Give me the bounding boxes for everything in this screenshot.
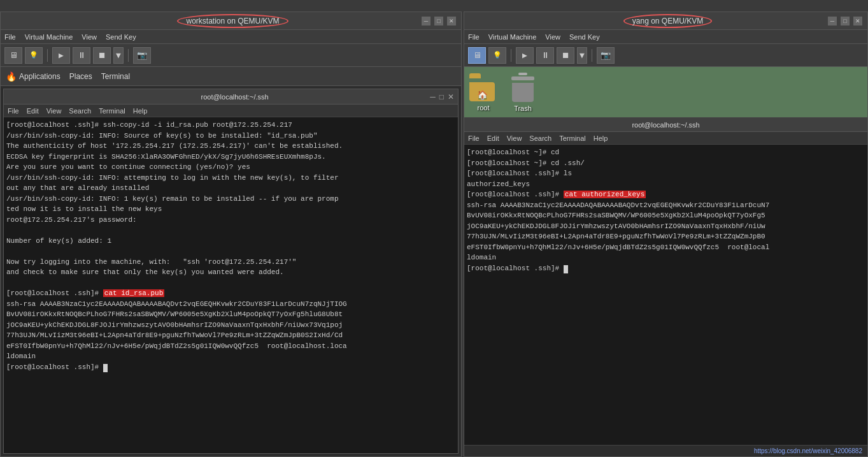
home-icon: 🏠 bbox=[477, 90, 488, 100]
left-term-line-18: BvUV08irOKkxRtNOQBcPLhoG7FHRs2saSBWQMV/W… bbox=[6, 309, 455, 320]
right-menu-view[interactable]: View bbox=[545, 33, 560, 41]
right-monitor-btn[interactable]: 🖥 bbox=[468, 47, 486, 64]
left-term-line-16: [root@localhost .ssh]# cat id_rsa.pub bbox=[6, 288, 455, 299]
right-terminal-title-text: root@localhost:~/.ssh bbox=[632, 121, 699, 129]
left-term-close[interactable]: ✕ bbox=[448, 92, 454, 101]
right-screenshot-btn[interactable]: 📷 bbox=[597, 47, 615, 64]
right-term-line-1: [root@localhost ~]# cd .ssh/ bbox=[467, 158, 865, 169]
right-term-menu-terminal[interactable]: Terminal bbox=[559, 134, 586, 142]
left-menu-vm[interactable]: Virtual Machine bbox=[25, 33, 73, 41]
right-menu-sendkey[interactable]: Send Key bbox=[569, 33, 600, 41]
right-desktop-icon-trash[interactable]: Trash bbox=[510, 73, 536, 112]
left-term-menu-terminal[interactable]: Terminal bbox=[99, 107, 125, 115]
left-close-btn[interactable]: ✕ bbox=[447, 17, 456, 25]
left-menu-file[interactable]: File bbox=[4, 33, 16, 41]
right-term-menu-view[interactable]: View bbox=[507, 134, 522, 142]
left-toolbar-sep1 bbox=[47, 49, 48, 62]
right-term-line-2: [root@localhost .ssh]# ls bbox=[467, 168, 865, 179]
right-menu-vm[interactable]: Virtual Machine bbox=[488, 33, 537, 41]
left-term-menu-file[interactable]: File bbox=[8, 107, 19, 115]
right-stop-btn[interactable]: ⏹ bbox=[557, 47, 574, 64]
left-term-line-7: /usr/bin/ssh-copy-id: INFO: 1 key(s) rem… bbox=[6, 194, 455, 205]
trash-icon-label: Trash bbox=[514, 105, 532, 112]
left-terminal-content[interactable]: [root@localhost .ssh]# ssh-copy-id -i id… bbox=[4, 117, 458, 453]
right-cursor bbox=[564, 265, 568, 273]
right-desktop-icon-root[interactable]: 🏠 root bbox=[469, 73, 497, 112]
left-places-item[interactable]: Places bbox=[69, 72, 92, 81]
right-window: yang on QEMU/KVM ─ □ ✕ File Virtual Mach… bbox=[464, 11, 868, 457]
right-toolbar-sep2 bbox=[592, 49, 592, 62]
right-term-line-8: 77h3UJN/MLvIizM3t96eBI+L2Apn4aTdr8E9+pgu… bbox=[467, 231, 865, 242]
right-close-btn[interactable]: ✕ bbox=[853, 17, 862, 25]
left-menu-bar: File Virtual Machine View Send Key bbox=[1, 30, 461, 44]
left-play-btn[interactable]: ▶ bbox=[52, 47, 70, 64]
applications-icon: 🔥 bbox=[6, 71, 17, 82]
right-play-btn[interactable]: ▶ bbox=[516, 47, 534, 64]
right-window-title: yang on QEMU/KVM bbox=[623, 14, 712, 28]
left-dropdown-btn[interactable]: ▼ bbox=[113, 47, 124, 64]
right-term-line-4: [root@localhost .ssh]# cat authorized_ke… bbox=[467, 189, 865, 200]
left-terminal-title-bar: root@localhost:~/.ssh ─ □ ✕ bbox=[4, 89, 458, 105]
status-bar: https://blog.csdn.net/weixin_42006882 bbox=[464, 445, 867, 456]
left-terminal-window: root@localhost:~/.ssh ─ □ ✕ File Edit Vi… bbox=[3, 89, 459, 454]
left-applications-item[interactable]: 🔥 Applications bbox=[6, 71, 60, 82]
right-minimize-btn[interactable]: ─ bbox=[828, 17, 837, 25]
left-terminal-title: root@localhost:~/.ssh bbox=[39, 93, 430, 101]
left-stop-btn[interactable]: ⏹ bbox=[93, 47, 111, 64]
right-term-menu-help[interactable]: Help bbox=[594, 134, 608, 142]
right-toolbar-sep1 bbox=[511, 49, 511, 62]
right-terminal-content[interactable]: [root@localhost ~]# cd [root@localhost ~… bbox=[464, 145, 867, 445]
left-term-menu-view[interactable]: View bbox=[46, 107, 62, 115]
right-dropdown-btn[interactable]: ▼ bbox=[577, 47, 587, 64]
right-term-menu-search[interactable]: Search bbox=[529, 134, 551, 142]
right-menu-file[interactable]: File bbox=[468, 33, 480, 41]
left-term-line-0: [root@localhost .ssh]# ssh-copy-id -i id… bbox=[6, 120, 455, 131]
left-window: workstation on QEMU/KVM ─ □ ✕ File Virtu… bbox=[0, 11, 462, 457]
left-minimize-btn[interactable]: ─ bbox=[422, 17, 430, 25]
right-terminal-menu: File Edit View Search Terminal Help bbox=[464, 132, 867, 145]
left-title-bar: workstation on QEMU/KVM ─ □ ✕ bbox=[1, 12, 461, 30]
trash-lid bbox=[511, 76, 534, 80]
right-pause-btn[interactable]: ⏸ bbox=[536, 47, 554, 64]
right-term-line-7: jOC9aKEU+ykChEKDJDGL8FJOJirYmhzwszytAVO0… bbox=[467, 221, 865, 232]
right-term-line-10: ldomain bbox=[467, 252, 865, 263]
left-highlight-cmd: cat id_rsa.pub bbox=[103, 289, 164, 297]
left-lightbulb-btn[interactable]: 💡 bbox=[25, 47, 43, 64]
left-menu-view[interactable]: View bbox=[82, 33, 97, 41]
left-window-controls[interactable]: ─ □ ✕ bbox=[422, 17, 456, 25]
left-menu-sendkey[interactable]: Send Key bbox=[106, 33, 136, 41]
left-cursor bbox=[103, 364, 108, 372]
left-term-line-5: /usr/bin/ssh-copy-id: INFO: attempting t… bbox=[6, 173, 455, 184]
right-maximize-btn[interactable]: □ bbox=[841, 17, 850, 25]
right-window-controls[interactable]: ─ □ ✕ bbox=[828, 17, 862, 25]
root-icon-label: root bbox=[478, 104, 490, 112]
left-monitor-btn[interactable]: 🖥 bbox=[4, 47, 22, 64]
right-lightbulb-btn[interactable]: 💡 bbox=[488, 47, 506, 64]
left-term-menu-help[interactable]: Help bbox=[133, 107, 148, 115]
left-term-line-3: ECDSA key fingerprint is SHA256:XlaRA3OW… bbox=[6, 152, 455, 163]
right-menu-bar: File Virtual Machine View Send Key bbox=[464, 30, 867, 44]
right-terminal: root@localhost:~/.ssh File Edit View Sea… bbox=[464, 118, 867, 445]
left-term-maximize[interactable]: □ bbox=[439, 92, 444, 101]
left-app-bar: 🔥 Applications Places Terminal bbox=[1, 67, 461, 86]
left-term-line-14: and check to make sure that only the key… bbox=[6, 267, 455, 278]
right-toolbar: 🖥 💡 ▶ ⏸ ⏹ ▼ 📷 bbox=[464, 44, 867, 67]
left-term-line-11: Number of key(s) added: 1 bbox=[6, 236, 455, 247]
left-term-menu-search[interactable]: Search bbox=[69, 107, 91, 115]
left-term-line-21: eFST0IfbW0pnYu+h7QhMl22/nJv+6H5e/pWqjdBT… bbox=[6, 341, 455, 352]
right-terminal-title-bar: root@localhost:~/.ssh bbox=[464, 118, 867, 132]
right-term-menu-file[interactable]: File bbox=[468, 134, 480, 142]
left-terminal-controls[interactable]: ─ □ ✕ bbox=[430, 92, 454, 101]
trash-body bbox=[512, 83, 534, 102]
left-terminal-item[interactable]: Terminal bbox=[101, 72, 130, 81]
right-term-line-0: [root@localhost ~]# cd bbox=[467, 147, 865, 158]
left-maximize-btn[interactable]: □ bbox=[434, 17, 443, 25]
folder-icon-root: 🏠 bbox=[469, 73, 497, 101]
left-screenshot-btn[interactable]: 📷 bbox=[133, 47, 151, 64]
left-term-line-2: The authenticity of host '172.25.254.217… bbox=[6, 141, 455, 152]
left-pause-btn[interactable]: ⏸ bbox=[73, 47, 90, 64]
left-term-menu-edit[interactable]: Edit bbox=[27, 107, 39, 115]
right-term-menu-edit[interactable]: Edit bbox=[487, 134, 499, 142]
left-term-line-8: ted now it is to install the new keys bbox=[6, 204, 455, 215]
left-term-minimize[interactable]: ─ bbox=[430, 92, 436, 101]
